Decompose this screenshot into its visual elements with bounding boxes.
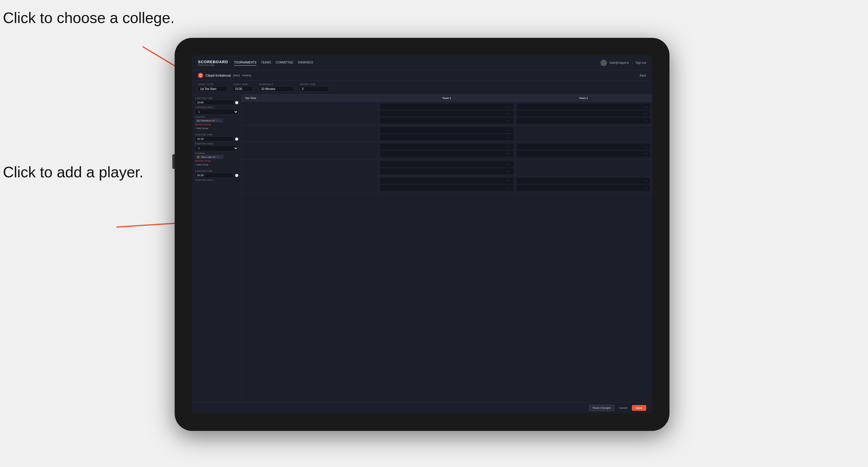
intervals-label: Intervals <box>259 83 294 86</box>
slot2-x-3-1[interactable]: × <box>644 180 645 182</box>
group-size-select[interactable]: 3 <box>300 86 329 92</box>
player-slot-1b-2[interactable]: × ⌄ <box>380 134 513 140</box>
slot-x-2b-2[interactable]: × <box>507 170 508 173</box>
team1-cell-2b: × ⌄ × ⌄ <box>378 160 515 176</box>
start-time-input[interactable] <box>233 86 253 92</box>
player-slot-6-1[interactable]: × ⌄ <box>517 178 650 184</box>
slot2-chevron-1-3[interactable]: ⌄ <box>646 119 648 122</box>
add-group-1[interactable]: + Add Group <box>195 126 238 130</box>
remove-group-2[interactable]: Remove Group <box>195 159 238 163</box>
course-tag-2[interactable]: 🌿 East Lake GC × ⌄ <box>195 155 224 159</box>
slot-chevron-1-2[interactable]: ⌄ <box>509 113 512 115</box>
starting-hole-label-1: STARTING HOLE: <box>195 106 238 108</box>
player-slot-1-1[interactable]: × ⌄ <box>380 104 513 110</box>
slot2-x-1-1[interactable]: × <box>644 105 645 108</box>
slot2-x-1-2[interactable]: × <box>644 113 645 115</box>
course-name-2: East Lake GC <box>202 156 216 158</box>
slot-chevron-1-1[interactable]: ⌄ <box>509 105 512 108</box>
course-row-2: 🌿 East Lake GC × ⌄ <box>195 155 238 159</box>
add-group-2[interactable]: + Add Group <box>195 163 238 166</box>
player-slot-3-1[interactable]: × ⌄ <box>380 144 513 150</box>
slot-x-1-1[interactable]: × <box>507 105 508 108</box>
starting-time-input-2[interactable] <box>195 136 234 142</box>
player-slot-6-2[interactable]: × ⌄ <box>517 185 650 191</box>
slot2-x-3-2[interactable]: × <box>644 187 645 189</box>
slot-x-3-1[interactable]: × <box>507 146 508 148</box>
nav-links: TOURNAMENTS TEAMS COMMITTEE RANKINGS <box>234 60 313 66</box>
starting-time-input-1[interactable] <box>195 100 234 105</box>
tee-time-1 <box>242 102 378 125</box>
starting-time-label-3: STARTING TIME: <box>195 170 238 172</box>
slot2-x-2-2[interactable]: × <box>644 153 645 155</box>
slot-chevron-3-2[interactable]: ⌄ <box>509 153 512 155</box>
nav-link-committee[interactable]: COMMITTEE <box>276 60 293 66</box>
slot-chevron-5-1[interactable]: ⌄ <box>509 180 512 182</box>
nav-left: SCOREBOARD Powered by clippd TOURNAMENTS… <box>198 60 313 66</box>
tablet-frame: SCOREBOARD Powered by clippd TOURNAMENTS… <box>175 38 670 431</box>
nav-link-rankings[interactable]: RANKINGS <box>298 60 313 66</box>
player-slot-2-1[interactable]: × ⌄ <box>517 104 650 110</box>
col-tee-time: Tee Time <box>242 94 378 102</box>
slot-x-1b-1[interactable]: × <box>507 129 508 132</box>
player-slot-2b-2[interactable]: × ⌄ <box>380 168 513 174</box>
slot2-chevron-1-2[interactable]: ⌄ <box>646 113 648 115</box>
nav-link-tournaments[interactable]: TOURNAMENTS <box>234 60 256 66</box>
slot2-chevron-2-2[interactable]: ⌄ <box>646 153 648 155</box>
reset-changes-button[interactable]: Reset Changes <box>589 405 615 411</box>
slot-chevron-3-1[interactable]: ⌄ <box>509 146 512 148</box>
player-slot-2b-1[interactable]: × ⌄ <box>380 161 513 167</box>
slot2-chevron-1-1[interactable]: ⌄ <box>646 105 648 108</box>
slot-chevron-1b-2[interactable]: ⌄ <box>509 136 512 138</box>
slot2-chevron-3-1[interactable]: ⌄ <box>646 180 648 182</box>
cancel-button[interactable]: Cancel <box>617 405 630 411</box>
slot-chevron-1b-1[interactable]: ⌄ <box>509 129 512 132</box>
slot-chevron-1-3[interactable]: ⌄ <box>509 119 512 122</box>
slot-chevron-2b-2[interactable]: ⌄ <box>509 170 512 173</box>
slot2-x-2-1[interactable]: × <box>644 146 645 148</box>
slot-x-5-2[interactable]: × <box>507 187 508 189</box>
slot2-chevron-3-2[interactable]: ⌄ <box>646 187 648 189</box>
course-remove-1[interactable]: × <box>217 119 218 122</box>
starting-time-input-3[interactable] <box>195 173 234 178</box>
slot-x-2b-1[interactable]: × <box>507 163 508 166</box>
player-slot-2-2[interactable]: × ⌄ <box>517 111 650 117</box>
player-slot-3-2[interactable]: × ⌄ <box>380 151 513 157</box>
table-row-2b: × ⌄ × ⌄ <box>242 160 652 176</box>
slot-x-1b-2[interactable]: × <box>507 136 508 138</box>
starting-hole-label-3: STARTING HOLE: <box>195 179 238 181</box>
player-slot-2-3[interactable]: × ⌄ <box>517 118 650 123</box>
starting-hole-select-2[interactable]: 1 <box>195 145 238 151</box>
team1-cell-3: × ⌄ × ⌄ <box>378 176 515 193</box>
slot-chevron-5-2[interactable]: ⌄ <box>509 187 512 189</box>
sign-out-link[interactable]: Sign out <box>636 61 646 64</box>
player-slot-4-1[interactable]: × ⌄ <box>517 144 650 150</box>
slot-x-1-3[interactable]: × <box>507 119 508 122</box>
slot-x-5-1[interactable]: × <box>507 180 508 182</box>
slot-x-1-2[interactable]: × <box>507 113 508 115</box>
start-type-select[interactable]: 1st Tee Start <box>198 86 227 92</box>
nav-link-teams[interactable]: TEAMS <box>261 60 271 66</box>
slot2-x-1-3[interactable]: × <box>644 119 645 122</box>
course-remove-2[interactable]: × <box>217 155 219 158</box>
slot-chevron-2b-1[interactable]: ⌄ <box>509 163 512 166</box>
course-expand-1[interactable]: ⌄ <box>219 119 221 122</box>
intervals-select[interactable]: 10 Minutes <box>259 86 294 92</box>
starting-hole-select-1[interactable]: 1 <box>195 109 238 115</box>
user-avatar <box>600 60 607 66</box>
player-slot-1-2[interactable]: × ⌄ <box>380 111 513 117</box>
starting-time-label-2: STARTING TIME: <box>195 134 238 136</box>
player-slot-1-3[interactable]: × ⌄ <box>380 118 513 123</box>
player-slot-1b-1[interactable]: × ⌄ <box>380 127 513 133</box>
slot2-chevron-2-1[interactable]: ⌄ <box>646 146 648 148</box>
slot-x-3-2[interactable]: × <box>507 153 508 155</box>
course-expand-2[interactable]: ⌄ <box>220 155 222 158</box>
player-slot-5-2[interactable]: × ⌄ <box>380 185 513 191</box>
save-button[interactable]: Save <box>632 405 646 411</box>
player-slot-4-2[interactable]: × ⌄ <box>517 151 650 157</box>
annotation-choose-college: Click to choose a college. <box>3 9 175 27</box>
course-tag-1[interactable]: (A) Peachtree GC × ⌄ <box>195 119 223 123</box>
user-email: blair@clippd.io <box>610 61 629 64</box>
back-button[interactable]: Back <box>640 74 646 77</box>
remove-group-1[interactable]: Remove Group <box>195 123 238 126</box>
player-slot-5-1[interactable]: × ⌄ <box>380 178 513 184</box>
